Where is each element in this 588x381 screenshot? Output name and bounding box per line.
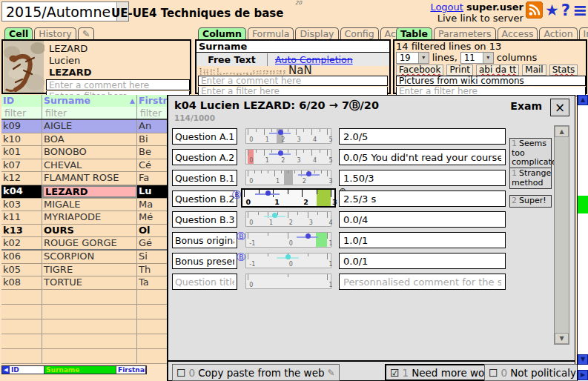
auto-completion-link[interactable]: Auto Completion (275, 54, 353, 65)
menu-icon[interactable]: ≡ (572, 1, 587, 19)
slider-marker[interactable] (305, 233, 311, 239)
cell-tab-cell[interactable]: Cell (4, 27, 33, 39)
cell-tab-history[interactable]: History (34, 27, 76, 39)
cell-surname[interactable]: LEZARD (42, 185, 137, 198)
flag-copy-paste-from-the-web[interactable]: ☐0Copy paste from the web✎ (172, 364, 340, 381)
question-title-input[interactable] (172, 253, 237, 269)
cell-id[interactable]: k10 (1, 133, 42, 146)
action-button-print[interactable]: Print (446, 64, 473, 76)
dialog-scrollbar[interactable]: ▲ ▼ (554, 125, 569, 345)
column-comment-input[interactable] (198, 76, 388, 86)
cell-id[interactable]: k11 (1, 211, 42, 224)
slider-marker[interactable] (285, 254, 291, 259)
table-tab-parameters[interactable]: Parameters (434, 27, 496, 39)
cell-surname[interactable]: SCORPION (42, 251, 137, 263)
cell-id[interactable]: k03 (1, 199, 42, 211)
score-slider[interactable]: -101 (245, 232, 331, 248)
cell-surname[interactable]: BOA (42, 133, 137, 146)
cell-surname[interactable]: BONOBO (42, 146, 137, 159)
score-slider[interactable]: -101 (245, 253, 331, 268)
score-slider[interactable]: 012345 (245, 128, 331, 144)
pencil-icon[interactable]: ✎ (328, 368, 335, 378)
question-title-input[interactable] (172, 274, 237, 290)
page-scrollbar[interactable]: ▲ ▼ ▶ (577, 95, 588, 381)
stamp-button-strange-method[interactable]: 1Strange method (509, 168, 552, 189)
cell-surname[interactable]: TIGRE (42, 264, 137, 276)
slider-marker[interactable] (265, 190, 271, 196)
dropdown-icon[interactable]: ▾ (483, 53, 493, 63)
flag-need-more-work[interactable]: ☑1Need more work (385, 364, 500, 381)
score-value-input[interactable] (339, 190, 506, 207)
score-value-input[interactable] (339, 253, 506, 269)
cell-tab-pencil[interactable]: ✎ (78, 27, 94, 39)
bookmark-star-icon[interactable]: ★ (545, 1, 559, 19)
action-button-mail[interactable]: Mail (522, 64, 546, 76)
cell-surname[interactable]: CHEVAL (42, 159, 137, 172)
column-header-id[interactable]: ID (1, 95, 42, 107)
cell-id[interactable]: k01 (1, 146, 42, 159)
score-slider[interactable]: 0123 (241, 188, 336, 208)
grid-filter-input[interactable] (139, 107, 170, 119)
score-value-input[interactable] (339, 170, 506, 186)
cell-surname[interactable]: OURS (42, 225, 137, 237)
cell-id[interactable]: k08 (1, 276, 42, 289)
score-slider[interactable]: 01234 (245, 211, 331, 227)
cell-id[interactable]: k09 (1, 120, 42, 133)
question-title-input[interactable] (172, 170, 237, 186)
score-value-input[interactable] (339, 211, 506, 228)
checked-checkbox-icon[interactable]: ☑ (390, 367, 400, 379)
action-button-abi-da-tt[interactable]: abi da tt (476, 64, 519, 76)
score-value-input[interactable] (339, 128, 506, 145)
grid-filter-input[interactable] (44, 107, 135, 119)
table-tab-action[interactable]: Action (539, 27, 577, 39)
grid-filter-input[interactable] (3, 107, 40, 119)
action-button-stats[interactable]: Stats (549, 64, 578, 76)
scroll-up-icon[interactable]: ▲ (578, 95, 588, 105)
table-tab-access[interactable]: Access (498, 27, 538, 39)
question-title-input[interactable] (172, 149, 237, 165)
cell-surname[interactable]: MYRIAPODE (42, 211, 137, 224)
table-tab-table[interactable]: Table (396, 27, 432, 39)
scroll-up-icon[interactable]: ▲ (555, 126, 569, 137)
lines-select[interactable]: 19 ▾ (396, 52, 429, 64)
scrollbar-position-marker[interactable] (578, 196, 588, 213)
close-icon[interactable]: × (550, 99, 569, 116)
question-title-input[interactable] (172, 232, 237, 248)
score-slider[interactable]: 01 (245, 274, 331, 289)
slider-marker[interactable] (278, 150, 283, 156)
unchecked-checkbox-icon[interactable]: ☐ (489, 367, 498, 379)
slider-marker[interactable] (278, 130, 283, 135)
logout-link[interactable]: Logout (430, 1, 463, 13)
cell-id[interactable]: k07 (1, 159, 42, 172)
score-value-input[interactable] (339, 149, 506, 165)
cell-id[interactable]: k13 (1, 225, 42, 237)
scroll-left-icon[interactable]: ◀ (2, 366, 10, 374)
cell-surname[interactable]: ROUGE GORGE (42, 237, 137, 249)
scroll-right-icon[interactable]: ▶ (578, 370, 588, 380)
stamp-button-super[interactable]: 2Super! (509, 195, 552, 208)
score-slider[interactable]: 012345 (245, 149, 331, 165)
columns-select[interactable]: 11 ▾ (460, 52, 494, 64)
unchecked-checkbox-icon[interactable]: ☐ (176, 367, 186, 379)
score-slider[interactable]: 0123 (245, 170, 331, 185)
column-tab-display[interactable]: Display (295, 27, 338, 39)
question-title-input[interactable] (172, 190, 237, 207)
score-value-input[interactable] (339, 274, 506, 290)
scroll-down-icon[interactable]: ▼ (555, 333, 569, 344)
cell-surname[interactable]: AIGLE (42, 120, 137, 133)
cell-id[interactable]: k06 (1, 251, 42, 263)
cell-id[interactable]: k04 (1, 185, 42, 198)
rss-icon[interactable] (526, 1, 543, 19)
stamp-button-seems-too-complicated[interactable]: 1Seems too complicated (509, 138, 552, 169)
question-title-input[interactable] (172, 128, 237, 145)
cell-id[interactable]: k02 (1, 237, 42, 249)
column-tab-config[interactable]: Config (340, 27, 379, 39)
column-tab-column[interactable]: Column (198, 27, 246, 39)
cell-surname[interactable]: FLAMANT ROSE (42, 172, 137, 185)
semester-select[interactable]: 2015/Automne ▾ (1, 1, 129, 21)
cell-comment-input[interactable] (46, 79, 190, 90)
free-text-button[interactable]: Free Text (196, 53, 268, 66)
action-button-facebook[interactable]: Facebook (396, 64, 443, 76)
flag-not-politicaly-correct[interactable]: ☐0Not politicaly correct✎ (484, 364, 588, 381)
column-tab-formula[interactable]: Formula (248, 27, 294, 39)
